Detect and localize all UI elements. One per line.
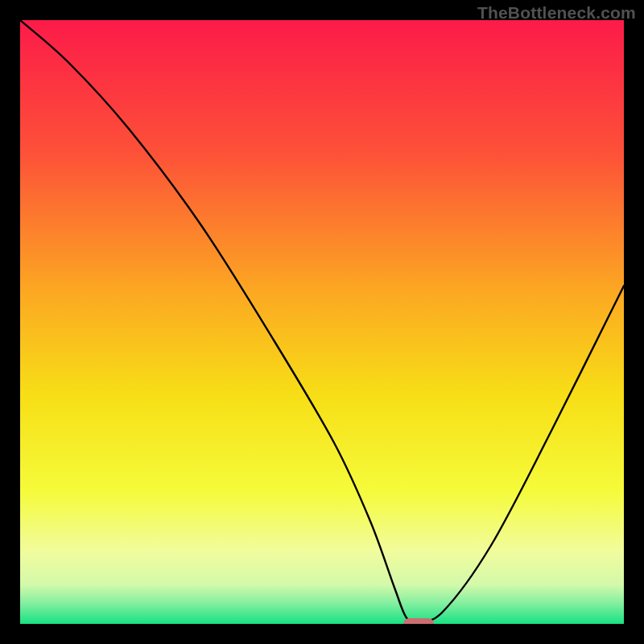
optimal-marker xyxy=(403,618,434,624)
bottleneck-curve xyxy=(20,20,624,624)
watermark-text: TheBottleneck.com xyxy=(477,3,636,23)
plot-area xyxy=(20,20,624,624)
chart-frame: TheBottleneck.com xyxy=(0,0,644,644)
